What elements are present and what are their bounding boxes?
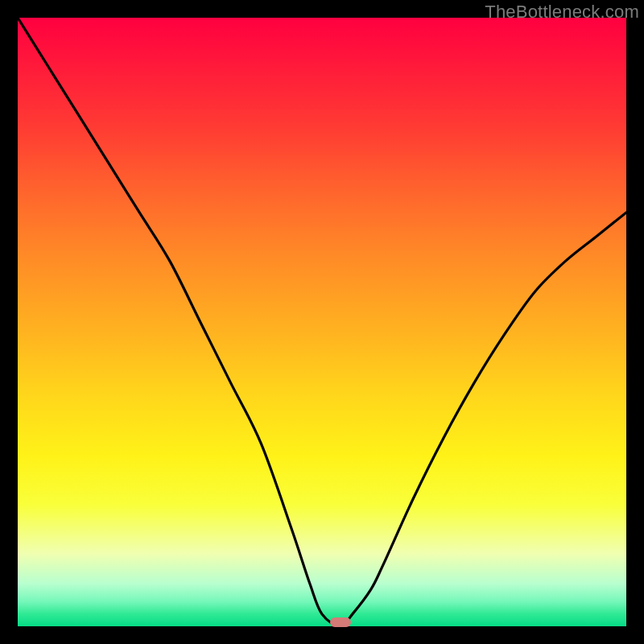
- optimal-marker: [330, 617, 351, 627]
- chart-frame: TheBottleneck.com: [0, 0, 644, 644]
- watermark-text: TheBottleneck.com: [485, 2, 639, 23]
- plot-area: [18, 18, 626, 626]
- bottleneck-curve: [18, 18, 626, 626]
